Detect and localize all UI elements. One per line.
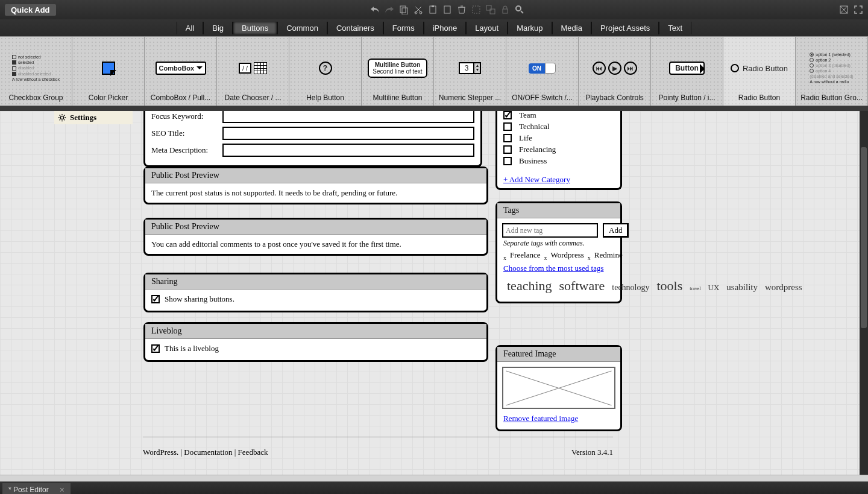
clipboard-icon[interactable] [442, 5, 452, 14]
footer-right: Version 3.4.1 [571, 448, 613, 457]
category-item[interactable]: Team [503, 111, 614, 120]
liveblog-panel: Liveblog This is a liveblog [143, 322, 488, 362]
svg-rect-8 [486, 5, 491, 10]
choose-tags-link[interactable]: Choose from the most used tags [497, 264, 620, 273]
public-post-preview-panel-2: Public Post Preview You can add editoria… [143, 218, 488, 256]
image-placeholder[interactable] [502, 367, 615, 409]
ungroup-icon[interactable] [486, 5, 495, 14]
panel-title: Tags [497, 203, 620, 218]
public-post-preview-panel-1: Public Post Preview The current post sta… [143, 166, 488, 204]
svg-rect-0 [400, 6, 406, 13]
panel-title: Public Post Preview [145, 168, 486, 183]
sidebar-item-settings[interactable]: Settings [54, 111, 133, 124]
ribbon-scrollbar[interactable] [0, 106, 868, 111]
quick-add-button[interactable]: Quick Add [5, 4, 56, 16]
filter-tab-containers[interactable]: Containers [327, 22, 383, 34]
svg-rect-5 [432, 5, 434, 7]
library-filter-tabs: All Big Buttons Common Containers Forms … [0, 19, 868, 36]
tag-chip[interactable]: xWordpress [544, 250, 584, 259]
paste-icon[interactable] [428, 5, 438, 14]
tag-cloud-item[interactable]: UX [708, 283, 720, 292]
svg-point-11 [516, 6, 521, 11]
vertical-scrollbar[interactable] [860, 111, 868, 475]
tag-cloud-item[interactable]: teaching [507, 278, 552, 293]
widget-combobox[interactable]: ComboBox ComboBox / Pull... [145, 37, 217, 106]
svg-rect-7 [473, 6, 480, 13]
filter-tab-text[interactable]: Text [659, 22, 691, 34]
widget-pointy-button[interactable]: Button Pointy Button / i... [651, 37, 723, 106]
filter-tab-all[interactable]: All [177, 22, 203, 34]
category-item[interactable]: Freelancing [503, 145, 614, 154]
tag-chip[interactable]: xFreelance [503, 250, 541, 259]
filter-tab-big[interactable]: Big [203, 22, 233, 34]
panel-title: Featured Image [497, 347, 620, 362]
tag-cloud-item[interactable]: technology [612, 283, 649, 292]
filter-tab-iphone[interactable]: iPhone [424, 22, 466, 34]
app-toolbar: Quick Add [0, 0, 868, 19]
tag-cloud-item[interactable]: wordpress [765, 282, 802, 292]
tag-input[interactable] [502, 223, 598, 238]
undo-icon[interactable] [370, 5, 380, 14]
tag-cloud-item[interactable]: tools [657, 278, 683, 293]
liveblog-checkbox[interactable]: This is a liveblog [151, 344, 219, 353]
meta-description-input[interactable] [222, 144, 474, 157]
seo-title-input[interactable] [222, 127, 474, 140]
tag-chip[interactable]: xRedmine [588, 250, 623, 259]
svg-point-13 [60, 116, 63, 119]
seo-title-label: SEO Title: [151, 128, 216, 138]
existing-tags: xFreelancexWordpressxRedmine [497, 248, 620, 264]
category-item[interactable]: Life [503, 133, 614, 143]
filter-tab-buttons[interactable]: Buttons [233, 22, 277, 34]
redo-icon[interactable] [385, 5, 394, 14]
gear-icon [58, 113, 66, 122]
widget-help-button[interactable]: ? Help Button [289, 37, 362, 106]
widget-onoff-switch[interactable]: ON ON/OFF Switch /... [506, 37, 579, 106]
filter-tab-project-assets[interactable]: Project Assets [591, 22, 659, 34]
toggle-markup-icon[interactable] [839, 5, 849, 14]
panel-title: Public Post Preview [145, 220, 486, 235]
widget-checkbox-group[interactable]: not selected selected disabled disabled … [0, 37, 72, 106]
copy-icon[interactable] [399, 5, 409, 14]
add-tag-button[interactable]: Add [603, 223, 629, 238]
panel-text: The current post status is not supported… [145, 183, 486, 203]
filter-tab-markup[interactable]: Markup [508, 22, 552, 34]
footer-left: WordPress. | Documentation | Feedback [143, 448, 268, 457]
cut-icon[interactable] [414, 5, 423, 14]
filter-tab-common[interactable]: Common [277, 22, 327, 34]
tag-cloud-item[interactable]: software [559, 278, 605, 293]
widget-radio-button-group[interactable]: option 1 (selected) option 2 option 3 (d… [796, 37, 868, 106]
widget-numeric-stepper[interactable]: 3▲▼ Numeric Stepper ... [434, 37, 506, 106]
tag-cloud-item[interactable]: travel [690, 286, 700, 291]
footer-divider [143, 437, 613, 437]
widget-playback-controls[interactable]: ⏮▶⏭ Playback Controls [579, 37, 651, 106]
sharing-checkbox[interactable]: Show sharing buttons. [151, 294, 234, 304]
add-category-link[interactable]: + Add New Category [497, 171, 620, 188]
trash-icon[interactable] [457, 5, 467, 14]
lock-icon[interactable] [500, 5, 510, 14]
category-item[interactable]: Business [503, 156, 614, 166]
close-icon[interactable]: × [60, 485, 64, 494]
widget-multiline-button[interactable]: Multiline ButtonSecond line of text Mult… [362, 37, 434, 106]
panel-text: You can add editorial comments to a post… [145, 235, 486, 254]
canvas[interactable]: Settings Focus Keyword: SEO Title: Meta … [0, 111, 868, 475]
category-item[interactable]: Technical [503, 122, 614, 131]
remove-featured-link[interactable]: Remove featured image [497, 414, 620, 429]
focus-keyword-input[interactable] [222, 111, 474, 123]
featured-image-panel: Featured Image Remove featured image [495, 345, 622, 431]
svg-rect-9 [490, 9, 495, 14]
focus-keyword-label: Focus Keyword: [151, 112, 216, 121]
filter-tab-forms[interactable]: Forms [383, 22, 424, 34]
filter-tab-media[interactable]: Media [552, 22, 591, 34]
tag-cloud-item[interactable]: usability [726, 282, 758, 292]
panel-title: Sharing [145, 274, 486, 290]
horizontal-scrollbar[interactable] [0, 475, 868, 482]
filter-tab-layout[interactable]: Layout [466, 22, 508, 34]
meta-description-label: Meta Description: [151, 145, 216, 155]
document-tab[interactable]: * Post Editor × [2, 483, 71, 494]
search-icon[interactable] [515, 5, 524, 14]
widget-date-chooser[interactable]: / / Date Chooser / ... [217, 37, 289, 106]
fullscreen-icon[interactable] [854, 5, 863, 14]
widget-radio-button[interactable]: Radio Button Radio Button [723, 37, 796, 106]
group-icon[interactable] [471, 5, 481, 14]
widget-color-picker[interactable]: Color Picker [72, 37, 145, 106]
